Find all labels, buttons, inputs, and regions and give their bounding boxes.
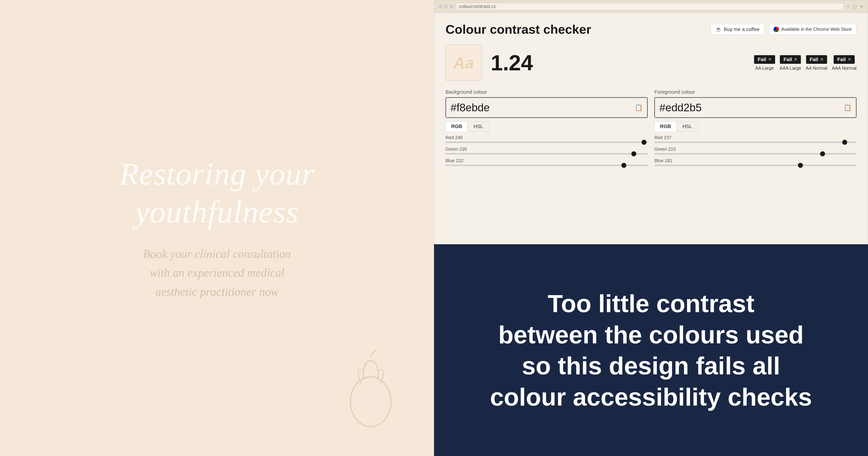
background-tab-hsl[interactable]: HSL [468,121,489,132]
illustration [335,338,407,429]
browser-controls [439,5,453,8]
badge-aa-large: Fail ✕ AA Large [754,55,775,71]
sub-line3: aesthetic practitioner now [155,285,279,298]
background-color-label: Background colour [445,89,648,95]
badge-aaa-large: Fail ✕ AAA Large [780,55,801,71]
fg-red-label: Red 237 [654,135,857,140]
bg-red-thumb[interactable] [642,140,647,145]
foreground-color-group: Foreground colour #edd2b5 📋 RGB HSL Red … [654,89,857,166]
background-tab-rgb[interactable]: RGB [445,121,468,132]
bg-green-track[interactable] [445,153,648,154]
browser-url-bar[interactable]: colourcontrast.cc [456,3,844,10]
checker-header: Colour contrast checker ☕ Buy me a coffe… [445,22,857,37]
fg-blue-thumb[interactable] [798,163,803,168]
background-tabs: RGB HSL [445,121,648,132]
fg-blue-track[interactable] [654,165,857,166]
fail-text-aaa-normal: Fail [837,57,846,62]
fail-tag-aaa-normal: Fail ✕ [834,55,855,64]
browser-actions: − □ × [846,3,863,10]
preview-area: Aa 1.24 Fail ✕ AA Large Fail ✕ [445,45,857,81]
buy-coffee-button[interactable]: ☕ Buy me a coffee [711,24,765,35]
fg-red-slider-row: Red 237 [654,135,857,143]
bottom-line4: colour accessibility checks [490,383,812,411]
sub-line2: with an experienced medical [150,266,284,279]
background-color-field[interactable]: #f8ebde 📋 [445,97,648,118]
bg-red-slider-row: Red 248 [445,135,648,143]
bg-blue-slider-row: Blue 222 [445,158,648,166]
x-icon-aaa-normal: ✕ [848,57,851,62]
x-icon-aa-large: ✕ [768,57,772,62]
right-panel: colourcontrast.cc − □ × Colour contrast … [434,0,868,456]
header-buttons: ☕ Buy me a coffee Available in the Chrom… [711,24,857,35]
bottom-line1: Too little contrast [548,289,754,317]
url-text: colourcontrast.cc [459,4,496,9]
close-icon[interactable]: × [860,3,863,10]
fg-red-thumb[interactable] [842,140,847,145]
fail-tag-aa-normal: Fail ✕ [806,55,827,64]
maximize-icon[interactable]: □ [853,3,857,10]
bottom-line3: so this design fails all [522,352,780,379]
fail-tag-aa-large: Fail ✕ [754,55,775,64]
browser-dot-2 [444,5,448,8]
main-heading: Restoring your youthfulness [119,155,315,231]
badge-aaa-normal: Fail ✕ AAA Normal [832,55,857,71]
bg-blue-track[interactable] [445,165,648,166]
foreground-tab-hsl[interactable]: HSL [677,121,698,132]
fail-label-aa-large: AA Large [755,65,774,71]
heading-line2: youthfulness [135,194,299,229]
svg-point-0 [350,377,391,427]
color-preview-box: Aa [445,45,482,81]
bg-blue-label: Blue 222 [445,158,648,163]
bg-red-track[interactable] [445,142,648,143]
fail-badges: Fail ✕ AA Large Fail ✕ AAA Large [754,55,857,71]
fg-red-track[interactable] [654,142,857,143]
foreground-copy-icon[interactable]: 📋 [844,104,851,111]
fg-green-thumb[interactable] [820,151,825,156]
fail-label-aaa-normal: AAA Normal [832,65,857,71]
browser-dot-1 [439,5,442,8]
chrome-store-button[interactable]: Available in the Chrome Web Store [769,24,857,35]
foreground-tabs: RGB HSL [654,121,857,132]
coffee-icon: ☕ [715,26,721,32]
minimize-icon[interactable]: − [846,3,849,10]
fg-blue-slider-row: Blue 181 [654,158,857,166]
bg-blue-thumb[interactable] [621,163,626,168]
browser-dot-3 [450,5,453,8]
left-panel: Restoring your youthfulness Book your cl… [0,0,434,456]
fg-green-track[interactable] [654,153,857,154]
foreground-color-value: #edd2b5 [659,101,844,114]
background-color-value: #f8ebde [451,101,635,114]
x-icon-aa-normal: ✕ [820,57,824,62]
browser-window: colourcontrast.cc − □ × Colour contrast … [434,0,868,244]
x-icon-aaa-large: ✕ [794,57,797,62]
buy-coffee-label: Buy me a coffee [724,26,760,32]
bottom-dark-panel: Too little contrast between the colours … [434,244,868,456]
fail-text-aa-large: Fail [758,57,766,62]
browser-toolbar: colourcontrast.cc − □ × [434,0,868,13]
checker-content: Colour contrast checker ☕ Buy me a coffe… [434,13,868,244]
fg-blue-label: Blue 181 [654,158,857,163]
badge-aa-normal: Fail ✕ AA Normal [806,55,827,71]
bg-green-slider-row: Green 235 [445,147,648,154]
checker-title: Colour contrast checker [445,22,591,37]
background-color-group: Background colour #f8ebde 📋 RGB HSL Red … [445,89,648,166]
bg-green-thumb[interactable] [631,151,636,156]
fail-text-aaa-large: Fail [783,57,792,62]
bottom-line2: between the colours used [498,321,804,348]
fg-green-slider-row: Green 210 [654,147,857,154]
preview-text: Aa [453,54,474,72]
heading-line1: Restoring your [119,156,315,191]
background-sliders: Red 248 Green 235 Blue 222 [445,135,648,166]
fail-text-aa-normal: Fail [810,57,818,62]
color-inputs: Background colour #f8ebde 📋 RGB HSL Red … [445,89,857,166]
background-copy-icon[interactable]: 📋 [635,104,643,111]
sub-text: Book your clinical consultation with an … [143,245,291,301]
bottom-message: Too little contrast between the colours … [490,288,812,412]
bg-red-label: Red 248 [445,135,648,140]
bg-green-label: Green 235 [445,147,648,152]
chrome-store-label: Available in the Chrome Web Store [781,27,852,32]
foreground-tab-rgb[interactable]: RGB [654,121,677,132]
foreground-color-field[interactable]: #edd2b5 📋 [654,97,857,118]
fg-green-label: Green 210 [654,147,857,152]
fail-label-aaa-large: AAA Large [780,65,801,71]
